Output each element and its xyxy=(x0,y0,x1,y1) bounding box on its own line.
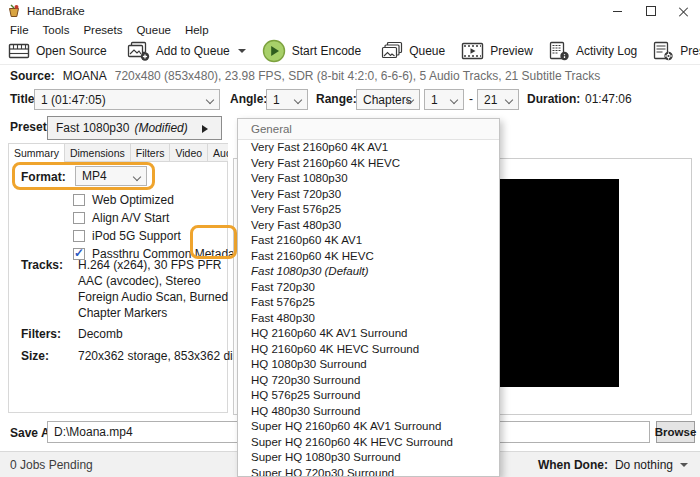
preset-item-fast-2160p60-4k-hevc[interactable]: Fast 2160p60 4K HEVC xyxy=(238,249,499,265)
open-source-label: Open Source xyxy=(36,44,107,58)
menu-bar: FileToolsPresetsQueueHelp xyxy=(0,22,700,37)
close-button[interactable] xyxy=(667,0,700,22)
preset-label: Preset: xyxy=(10,120,51,134)
minimize-button[interactable] xyxy=(601,0,634,22)
maximize-icon xyxy=(646,6,656,16)
chevron-down-icon xyxy=(450,96,458,104)
preset-item-very-fast-2160p60-4k-av1[interactable]: Very Fast 2160p60 4K AV1 xyxy=(238,140,499,156)
tracks-label: Tracks: xyxy=(21,258,63,272)
preset-item-hq-576p25-surround[interactable]: HQ 576p25 Surround xyxy=(238,388,499,404)
preset-item-hq-2160p60-4k-av1-surround[interactable]: HQ 2160p60 4K AV1 Surround xyxy=(238,326,499,342)
range-to-value: 21 xyxy=(484,93,497,107)
preset-modified-flag: (Modified) xyxy=(134,121,187,135)
minimize-icon xyxy=(613,11,622,12)
maximize-button[interactable] xyxy=(634,0,667,22)
unchecked-checkbox-icon[interactable] xyxy=(73,194,85,206)
title-bar: HandBrake xyxy=(0,0,700,22)
when-done-select[interactable]: When Done: Do nothing xyxy=(538,458,688,472)
preset-item-fast-720p30[interactable]: Fast 720p30 xyxy=(238,280,499,296)
preset-menu: General Very Fast 2160p60 4K AV1Very Fas… xyxy=(237,118,500,477)
preset-item-very-fast-480p30[interactable]: Very Fast 480p30 xyxy=(238,218,499,234)
track-line: AAC (avcodec), Stereo xyxy=(78,274,201,288)
preset-item-fast-1080p30-default[interactable]: Fast 1080p30 (Default) xyxy=(238,264,499,280)
presets-button[interactable]: Presets xyxy=(645,37,700,64)
range-from-select[interactable]: 1 xyxy=(424,89,464,110)
tab-filters[interactable]: Filters xyxy=(131,143,171,162)
presets-icon xyxy=(653,41,674,61)
source-label: Source: xyxy=(10,69,55,83)
preset-item-super-hq-2160p60-4k-hevc-surround[interactable]: Super HQ 2160p60 4K HEVC Surround xyxy=(238,435,499,451)
tab-dimensions[interactable]: Dimensions xyxy=(65,143,131,162)
queue-label: Queue xyxy=(409,44,445,58)
browse-button[interactable]: Browse xyxy=(656,421,695,443)
checkbox-row-align-a-v-start[interactable]: Align A/V Start xyxy=(73,210,169,225)
preset-item-hq-1080p30-surround[interactable]: HQ 1080p30 Surround xyxy=(238,357,499,373)
preset-item-fast-576p25[interactable]: Fast 576p25 xyxy=(238,295,499,311)
preset-value: Fast 1080p30 xyxy=(56,121,129,135)
preset-item-very-fast-576p25[interactable]: Very Fast 576p25 xyxy=(238,202,499,218)
format-select-value: MP4 xyxy=(82,169,107,183)
title-select[interactable]: 1 (01:47:05) xyxy=(34,89,220,110)
filters-label: Filters: xyxy=(21,327,61,341)
when-done-value: Do nothing xyxy=(615,458,673,472)
preset-combo[interactable]: Fast 1080p30 (Modified) xyxy=(47,116,222,140)
track-line: Foreign Audio Scan, Burned xyxy=(78,290,228,304)
tab-summary[interactable]: Summary xyxy=(8,143,65,162)
activity-log-button[interactable]: Activity Log xyxy=(541,37,645,64)
tab-video[interactable]: Video xyxy=(170,143,208,162)
tab-audio[interactable]: Audio xyxy=(208,143,228,162)
preset-item-very-fast-720p30[interactable]: Very Fast 720p30 xyxy=(238,187,499,203)
add-to-queue-icon xyxy=(127,41,150,61)
preview-button[interactable]: Preview xyxy=(453,37,541,64)
preset-dropdown-arrow-icon[interactable] xyxy=(202,125,212,133)
chevron-down-icon xyxy=(680,463,688,471)
angle-select-value: 1 xyxy=(273,93,280,107)
preset-item-super-hq-720p30-surround[interactable]: Super HQ 720p30 Surround xyxy=(238,466,499,477)
title-select-value: 1 (01:47:05) xyxy=(41,93,106,107)
duration-value: 01:47:06 xyxy=(585,92,632,106)
close-icon xyxy=(679,7,688,16)
queue-button[interactable]: Queue xyxy=(373,37,453,64)
activity-log-label: Activity Log xyxy=(576,44,637,58)
preset-item-fast-480p30[interactable]: Fast 480p30 xyxy=(238,311,499,327)
chevron-down-icon xyxy=(294,96,302,104)
unchecked-checkbox-icon[interactable] xyxy=(73,230,85,242)
checkbox-row-web-optimized[interactable]: Web Optimized xyxy=(73,192,174,207)
window-title: HandBrake xyxy=(27,5,85,17)
angle-select[interactable]: 1 xyxy=(266,89,308,110)
range-dash: - xyxy=(469,92,473,106)
preset-item-very-fast-1080p30[interactable]: Very Fast 1080p30 xyxy=(238,171,499,187)
unchecked-checkbox-icon[interactable] xyxy=(73,212,85,224)
start-encode-button[interactable]: Start Encode xyxy=(254,37,369,64)
jobs-pending-status: 0 Jobs Pending xyxy=(10,458,93,472)
menu-file[interactable]: File xyxy=(3,24,36,36)
add-to-queue-button[interactable]: Add to Queue xyxy=(119,37,254,64)
chevron-down-icon xyxy=(505,96,513,104)
open-source-button[interactable]: Open Source xyxy=(0,37,115,64)
checkbox-label: Web Optimized xyxy=(92,193,174,207)
settings-panel: SummaryDimensionsFiltersVideoAudioSubtit… xyxy=(8,143,228,413)
presets-label: Presets xyxy=(680,44,700,58)
preset-item-super-hq-1080p30-surround[interactable]: Super HQ 1080p30 Surround xyxy=(238,450,499,466)
menu-help[interactable]: Help xyxy=(178,24,216,36)
preset-item-fast-2160p60-4k-av1[interactable]: Fast 2160p60 4K AV1 xyxy=(238,233,499,249)
filters-value: Decomb xyxy=(78,327,123,341)
menu-presets[interactable]: Presets xyxy=(76,24,129,36)
size-label: Size: xyxy=(21,349,49,363)
preset-item-very-fast-2160p60-4k-hevc[interactable]: Very Fast 2160p60 4K HEVC xyxy=(238,156,499,172)
preset-item-hq-2160p60-4k-hevc-surround[interactable]: HQ 2160p60 4K HEVC Surround xyxy=(238,342,499,358)
chevron-down-icon xyxy=(238,49,246,57)
range-type-select[interactable]: Chapters xyxy=(356,89,420,110)
menu-queue[interactable]: Queue xyxy=(129,24,178,36)
title-row: Title: 1 (01:47:05) Angle: 1 Range: Chap… xyxy=(0,88,700,113)
checkbox-row-ipod-5g-support[interactable]: iPod 5G Support xyxy=(73,228,181,243)
menu-tools[interactable]: Tools xyxy=(36,24,77,36)
format-select[interactable]: MP4 xyxy=(75,166,147,186)
format-label: Format: xyxy=(21,170,66,184)
preset-item-hq-480p30-surround[interactable]: HQ 480p30 Surround xyxy=(238,404,499,420)
range-to-select[interactable]: 21 xyxy=(477,89,519,110)
preset-item-super-hq-2160p60-4k-av1-surround[interactable]: Super HQ 2160p60 4K AV1 Surround xyxy=(238,419,499,435)
chevron-down-icon xyxy=(133,173,141,181)
preset-item-hq-720p30-surround[interactable]: HQ 720p30 Surround xyxy=(238,373,499,389)
track-line: Chapter Markers xyxy=(78,306,167,320)
